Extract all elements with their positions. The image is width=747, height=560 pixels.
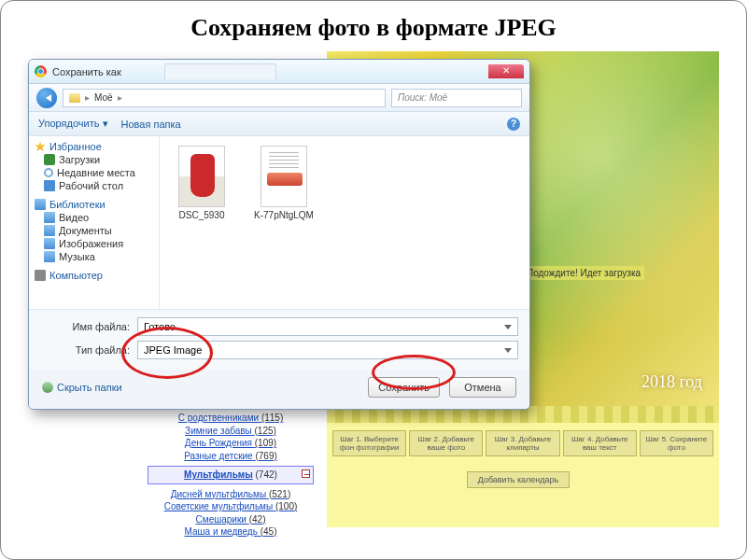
- search-input[interactable]: Поиск: Моё: [391, 89, 522, 107]
- file-list[interactable]: DSC_5930 K-77pNtgLQM: [160, 136, 529, 309]
- file-name: K-77pNtgLQM: [251, 210, 317, 220]
- dialog-titlebar[interactable]: Сохранить как ✕: [29, 60, 529, 84]
- music-icon: [44, 251, 55, 262]
- clock-icon: [44, 168, 53, 177]
- dialog-body: Избранное Загрузки Недавние места Рабочи…: [29, 136, 529, 309]
- category-cartoons[interactable]: Мультфильмы (742): [148, 466, 314, 484]
- close-icon[interactable]: ✕: [488, 64, 524, 78]
- step-1[interactable]: Шаг 1. Выберите фон фотографии: [332, 430, 406, 456]
- save-as-dialog: Сохранить как ✕ ▸ Моё ▸ Поиск: Моё Упоря…: [28, 59, 530, 410]
- link-smeshariki[interactable]: Смешарики (42): [148, 513, 314, 526]
- file-name: DSC_5930: [169, 210, 234, 220]
- sidebar-images[interactable]: Изображения: [35, 237, 153, 250]
- file-item[interactable]: DSC_5930: [169, 146, 234, 220]
- save-button[interactable]: Сохранить: [368, 377, 440, 398]
- step-5[interactable]: Шаг 5. Сохраните фото: [640, 430, 713, 456]
- dialog-sidebar: Избранное Загрузки Недавние места Рабочи…: [29, 136, 160, 309]
- sidebar-desktop[interactable]: Рабочий стол: [35, 179, 153, 192]
- dialog-navbar: ▸ Моё ▸ Поиск: Моё: [29, 84, 529, 112]
- hide-folders-link[interactable]: Скрыть папки: [42, 382, 122, 393]
- chevron-right-icon: ▸: [118, 92, 122, 103]
- filename-input[interactable]: Готово: [137, 317, 518, 336]
- sidebar-video[interactable]: Видео: [35, 211, 153, 224]
- filetype-select[interactable]: JPEG Image: [137, 341, 518, 359]
- link-masha[interactable]: Маша и медведь (45): [148, 525, 314, 539]
- steps-row: Шаг 1. Выберите фон фотографии Шаг 2. До…: [332, 430, 713, 456]
- computer-icon: [35, 270, 46, 281]
- video-icon: [44, 212, 55, 223]
- slide-title: Сохраняем фото в формате JPEG: [1, 1, 746, 51]
- step-3[interactable]: Шаг 3. Добавьте клипарты: [486, 430, 559, 456]
- new-folder-button[interactable]: Новая папка: [121, 119, 181, 130]
- browser-tab-ghost: [164, 63, 276, 79]
- step-4[interactable]: Шаг 4. Добавьте ваш текст: [563, 430, 637, 456]
- dialog-fields: Имя файла: Готово Тип файла: JPEG Image: [29, 309, 529, 370]
- link-misc-kids[interactable]: Разные детские (769): [148, 450, 314, 463]
- year-caption: 2018 год: [641, 372, 702, 392]
- file-thumbnail: [178, 146, 225, 207]
- website-footer-panel: Шаг 1. Выберите фон фотографии Шаг 2. До…: [327, 406, 719, 527]
- sidebar-computer[interactable]: Компьютер: [35, 269, 153, 282]
- loading-text: Подождите! Идет загрузка: [523, 266, 644, 280]
- downloads-icon: [44, 154, 55, 165]
- back-button[interactable]: [36, 88, 57, 108]
- folder-icon: [69, 93, 80, 103]
- filetype-label: Тип файла:: [66, 344, 130, 356]
- category-links: С родственниками (115) Зимние забавы (12…: [148, 412, 314, 539]
- step-2[interactable]: Шаг 2. Добавьте ваше фото: [409, 430, 483, 456]
- dialog-toolbar: Упорядочить ▾ Новая папка ?: [29, 112, 529, 136]
- sidebar-favorites[interactable]: Избранное: [35, 140, 153, 153]
- star-icon: [35, 141, 46, 152]
- dialog-title: Сохранить как: [52, 66, 121, 77]
- add-calendar-button[interactable]: Добавить календарь: [467, 471, 570, 488]
- search-placeholder: Поиск: Моё: [398, 92, 447, 103]
- link-birthday[interactable]: День Рождения (109): [148, 437, 314, 450]
- link-disney[interactable]: Дисней мультфильмы (521): [148, 488, 314, 501]
- chevron-right-icon: ▸: [85, 92, 90, 103]
- breadcrumb-path: Моё: [94, 92, 113, 103]
- breadcrumb[interactable]: ▸ Моё ▸: [63, 89, 386, 107]
- slide-frame: Сохраняем фото в формате JPEG Подождите!…: [0, 0, 747, 560]
- link-winter[interactable]: Зимние забавы (125): [148, 425, 314, 438]
- images-icon: [44, 238, 55, 249]
- collapse-icon[interactable]: [302, 469, 310, 478]
- cancel-button[interactable]: Отмена: [449, 377, 516, 398]
- file-thumbnail: [261, 146, 307, 207]
- sidebar-libraries[interactable]: Библиотеки: [35, 198, 153, 211]
- help-icon[interactable]: ?: [507, 118, 520, 131]
- dialog-footer: Скрыть папки Сохранить Отмена: [29, 370, 529, 409]
- organize-menu[interactable]: Упорядочить ▾: [38, 118, 108, 130]
- sidebar-music[interactable]: Музыка: [35, 250, 153, 263]
- sidebar-downloads[interactable]: Загрузки: [35, 153, 153, 166]
- documents-icon: [44, 225, 55, 236]
- sidebar-documents[interactable]: Документы: [35, 224, 153, 237]
- chrome-icon: [35, 65, 47, 77]
- desktop-icon: [44, 180, 55, 191]
- content-area: Подождите! Идет загрузка 2018 год Шаг 1.…: [28, 51, 719, 527]
- link-soviet[interactable]: Советские мультфильмы (100): [148, 500, 314, 513]
- link-relatives[interactable]: С родственниками (115): [148, 412, 314, 425]
- library-icon: [35, 199, 46, 210]
- filename-label: Имя файла:: [66, 321, 130, 332]
- sidebar-recent[interactable]: Недавние места: [35, 166, 153, 179]
- file-item[interactable]: K-77pNtgLQM: [251, 146, 317, 220]
